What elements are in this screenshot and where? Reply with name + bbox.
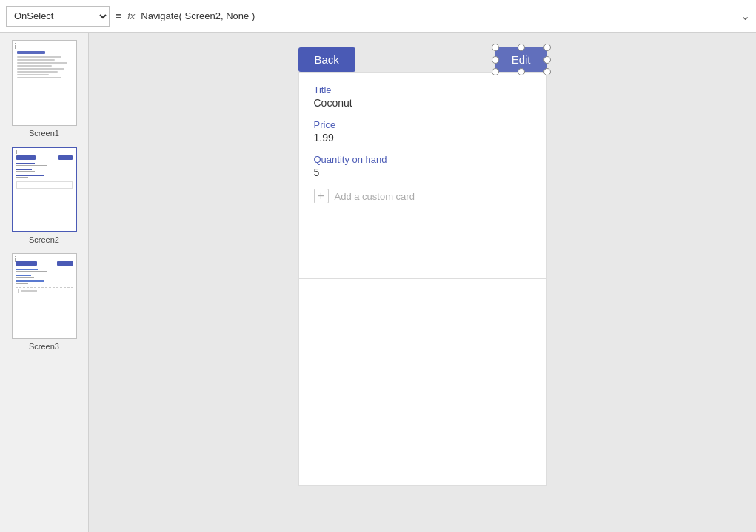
sidebar-item-screen1[interactable]: Screen1 <box>12 40 77 138</box>
screen1-thumbnail <box>12 40 77 126</box>
screen1-label: Screen1 <box>29 129 59 138</box>
field-value-title: Coconut <box>314 97 532 109</box>
sidebar-item-screen3[interactable]: Screen3 <box>12 253 77 351</box>
field-value-quantity: 5 <box>314 166 532 178</box>
formula-dropdown[interactable]: OnSelect <box>6 6 110 27</box>
sidebar: Screen1 <box>0 33 89 532</box>
screen2-thumbnail <box>12 147 77 232</box>
sidebar-item-screen2[interactable]: Screen2 <box>12 147 77 244</box>
back-button[interactable]: Back <box>298 47 355 72</box>
handle-tr <box>543 44 551 51</box>
handle-tm <box>518 44 525 51</box>
phone-button-row: Back Edit <box>298 47 547 72</box>
main-area: Screen1 <box>0 33 756 532</box>
handle-bl <box>492 68 499 75</box>
form-card: Title Coconut Price 1.99 Quantity on han… <box>298 72 547 279</box>
canvas-area: Back Edit Title Coconut <box>89 33 756 532</box>
handle-bm <box>518 68 525 75</box>
screen3-thumbnail <box>12 253 77 339</box>
handle-ml <box>492 56 499 64</box>
formula-input[interactable] <box>141 6 735 27</box>
add-custom-card-label: Add a custom card <box>335 191 415 202</box>
add-custom-card-icon[interactable]: + <box>314 189 329 203</box>
field-value-price: 1.99 <box>314 132 532 144</box>
formula-bar: OnSelect = fx ⌄ <box>0 0 756 33</box>
screen2-label: Screen2 <box>29 235 59 244</box>
add-custom-card-row[interactable]: + Add a custom card <box>314 189 532 203</box>
field-label-price: Price <box>314 119 532 130</box>
handle-tl <box>492 44 499 51</box>
phone-extension <box>298 279 547 486</box>
formula-chevron-icon: ⌄ <box>740 9 750 23</box>
screen3-label: Screen3 <box>29 342 59 351</box>
field-label-title: Title <box>314 84 532 95</box>
handle-mr <box>543 56 551 64</box>
handle-br <box>543 68 551 75</box>
edit-button-container: Edit <box>495 47 547 72</box>
formula-fx-icon: fx <box>127 10 135 21</box>
formula-equals: = <box>116 10 121 22</box>
phone-frame: Back Edit Title Coconut <box>298 47 547 486</box>
field-label-quantity: Quantity on hand <box>314 154 532 165</box>
